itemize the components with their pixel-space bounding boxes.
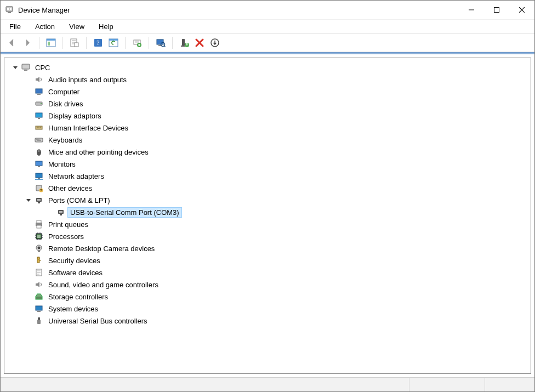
tree-node-disk-drives[interactable]: Disk drives <box>4 98 531 110</box>
tree-node-label: Keyboards <box>46 135 84 145</box>
tree-node-print-queues[interactable]: Print queues <box>4 218 531 230</box>
svg-rect-1 <box>8 12 11 13</box>
tree-node-software-devices[interactable]: Software devices <box>4 266 531 279</box>
toolbar-update-driver-button[interactable] <box>130 36 144 50</box>
toolbar-scan-button[interactable] <box>153 36 168 50</box>
tree-node-ports-com-lpt[interactable]: Ports (COM & LPT) <box>4 194 531 206</box>
tree-node-security-devices[interactable]: Security devices <box>4 254 531 266</box>
camera-icon <box>34 243 44 253</box>
svg-rect-42 <box>37 199 41 201</box>
svg-rect-51 <box>37 235 41 238</box>
other-icon: ? <box>34 183 44 193</box>
tree-node-label: Human Interface Devices <box>46 123 130 133</box>
menu-file[interactable]: File <box>4 20 26 33</box>
tree-node-other-devices[interactable]: ?Other devices <box>4 182 531 194</box>
app-icon <box>5 5 14 14</box>
cpu-icon <box>34 231 44 241</box>
toolbar-properties-button[interactable] <box>67 36 82 50</box>
toolbar-refresh-button[interactable] <box>106 36 121 50</box>
tree-node-label: Software devices <box>46 268 105 277</box>
disk-icon <box>34 99 44 109</box>
tree-node-storage-controllers[interactable]: Storage controllers <box>4 291 531 303</box>
tree-node-usb-to-serial-comm-port-com3[interactable]: USB-to-Serial Comm Port (COM3) <box>4 206 531 218</box>
toolbar-uninstall-button[interactable] <box>192 36 207 50</box>
toolbar-add-driver-button[interactable] <box>208 36 222 50</box>
tree-node-label: Universal Serial Bus controllers <box>46 316 150 326</box>
maximize-button[interactable] <box>484 1 509 19</box>
svg-rect-46 <box>60 214 62 215</box>
tree-node-processors[interactable]: Processors <box>4 230 531 242</box>
expand-toggle[interactable] <box>12 64 19 71</box>
keyboard-icon <box>34 135 44 145</box>
svg-point-28 <box>41 103 42 104</box>
tree-node-label: Print queues <box>46 220 90 229</box>
tree-node-display-adaptors[interactable]: Display adaptors <box>4 110 531 122</box>
menu-help[interactable]: Help <box>93 20 119 33</box>
minimize-button[interactable] <box>459 1 484 19</box>
window-title: Device Manager <box>18 6 70 14</box>
network-icon <box>34 171 44 181</box>
svg-rect-60 <box>37 311 41 312</box>
tree-node-network-adapters[interactable]: Network adapters <box>4 170 531 182</box>
speaker-icon <box>34 280 44 289</box>
device-tree-pane[interactable]: CPCAudio inputs and outputsComputerDisk … <box>4 58 531 374</box>
tree-node-label: CPC <box>33 63 52 72</box>
tree-node-system-devices[interactable]: System devices <box>4 303 531 315</box>
tree-node-audio-inputs-and-outputs[interactable]: Audio inputs and outputs <box>4 73 531 86</box>
toolbar: ? <box>1 33 534 52</box>
tree-node-universal-serial-bus-controllers[interactable]: Universal Serial Bus controllers <box>4 315 531 327</box>
tree-node-remote-desktop-camera-devices[interactable]: Remote Desktop Camera devices <box>4 242 531 254</box>
status-main <box>1 378 409 391</box>
tree-node-human-interface-devices[interactable]: Human Interface Devices <box>4 122 531 134</box>
title-bar: Device Manager <box>1 1 534 19</box>
tree-node-label: Sound, video and game controllers <box>46 280 161 289</box>
storage-icon <box>34 292 44 302</box>
svg-point-53 <box>38 247 41 249</box>
svg-rect-45 <box>59 211 62 213</box>
status-bar <box>1 377 534 391</box>
client-area: CPCAudio inputs and outputsComputerDisk … <box>1 54 534 377</box>
close-button[interactable] <box>509 1 534 19</box>
svg-rect-35 <box>38 166 40 167</box>
port-icon <box>56 207 66 217</box>
tree-node-cpc[interactable]: CPC <box>4 61 531 73</box>
system-icon <box>34 304 44 314</box>
svg-rect-49 <box>37 225 41 228</box>
svg-rect-0 <box>6 7 13 12</box>
svg-rect-29 <box>36 113 42 117</box>
toolbar-back-button <box>5 36 19 50</box>
svg-rect-58 <box>36 297 42 299</box>
svg-rect-9 <box>75 43 78 47</box>
tree-node-label: Monitors <box>46 160 78 169</box>
desktop-icon <box>34 87 44 96</box>
display-icon <box>34 111 44 121</box>
status-cell-3 <box>485 378 534 391</box>
hid-icon <box>34 123 44 133</box>
tree-node-label: Mice and other pointing devices <box>46 147 151 157</box>
svg-rect-16 <box>157 39 163 44</box>
toolbar-help-button[interactable]: ? <box>91 36 105 50</box>
expand-toggle[interactable] <box>25 197 32 203</box>
menu-view[interactable]: View <box>64 20 90 33</box>
tree-node-monitors[interactable]: Monitors <box>4 158 531 170</box>
svg-rect-54 <box>38 251 40 252</box>
toolbar-enable-button[interactable] <box>177 36 191 50</box>
tree-node-label: System devices <box>46 304 100 314</box>
menu-action[interactable]: Action <box>30 20 60 33</box>
tree-node-label: Storage controllers <box>46 292 110 302</box>
toolbar-show-tree-button[interactable] <box>44 36 58 50</box>
tree-node-label: Display adaptors <box>46 111 104 121</box>
svg-point-56 <box>37 257 39 259</box>
tree-node-computer[interactable]: Computer <box>4 86 531 98</box>
monitor-icon <box>34 159 44 169</box>
port-icon <box>34 195 44 205</box>
tree-node-label: Audio inputs and outputs <box>46 75 129 84</box>
tree-node-label: Other devices <box>46 184 94 193</box>
svg-rect-24 <box>24 70 27 71</box>
tree-node-mice-and-other-pointing-devices[interactable]: Mice and other pointing devices <box>4 146 531 158</box>
security-icon <box>34 255 44 265</box>
tree-node-sound-video-and-game-controllers[interactable]: Sound, video and game controllers <box>4 279 531 291</box>
tree-node-keyboards[interactable]: Keyboards <box>4 134 531 146</box>
svg-rect-30 <box>38 118 40 119</box>
tree-node-label: Ports (COM & LPT) <box>46 196 112 205</box>
